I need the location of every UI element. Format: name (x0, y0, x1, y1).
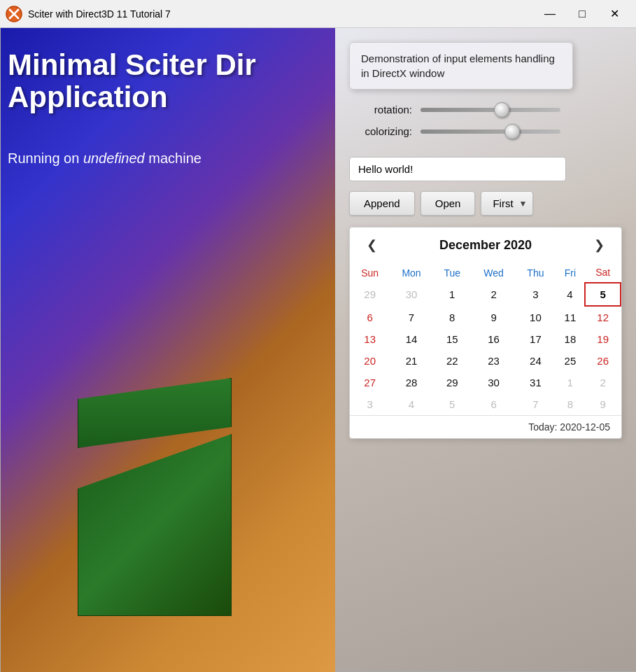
calendar-day[interactable]: 9 (472, 306, 516, 328)
col-header-thu: Thu (516, 262, 555, 283)
calendar-day[interactable]: 25 (555, 350, 585, 372)
calendar-day[interactable]: 30 (390, 283, 432, 306)
calendar-day[interactable]: 18 (555, 328, 585, 350)
calendar-day[interactable]: 6 (472, 393, 516, 415)
chevron-down-icon: ▼ (519, 199, 528, 209)
calendar-day[interactable]: 14 (390, 328, 432, 350)
minimize-button[interactable]: — (534, 0, 566, 28)
calendar-week-0: 293012345 (350, 283, 621, 306)
calendar-day[interactable]: 20 (350, 350, 390, 372)
calendar-body: 2930123456789101112131415161718192021222… (350, 283, 621, 415)
calendar-day[interactable]: 5 (585, 283, 621, 306)
rotation-track (421, 108, 560, 112)
col-header-mon: Mon (390, 262, 432, 283)
app-icon (6, 6, 22, 22)
calendar-week-4: 272829303112 (350, 372, 621, 393)
calendar-day[interactable]: 27 (350, 372, 390, 393)
calendar-header: ❮ December 2020 ❯ (350, 227, 621, 262)
col-header-tue: Tue (433, 262, 472, 283)
app-title: Minimal Sciter Dir Application (8, 49, 256, 113)
running-suffix: machine (145, 150, 202, 166)
calendar-day[interactable]: 10 (516, 306, 555, 328)
calendar-day[interactable]: 28 (390, 372, 432, 393)
calendar: ❮ December 2020 ❯ Sun Mon Tue Wed Thu Fr… (349, 227, 622, 439)
title-bar: Sciter with Direct3D 11 Tutorial 7 — □ ✕ (0, 0, 636, 28)
app-title-line2: Application (8, 80, 168, 113)
calendar-day[interactable]: 3 (350, 393, 390, 415)
colorizing-track (421, 130, 560, 134)
calendar-year: 2020 (504, 238, 532, 252)
calendar-day[interactable]: 23 (472, 350, 516, 372)
calendar-day[interactable]: 2 (472, 283, 516, 306)
append-button[interactable]: Append (349, 191, 415, 216)
controls-panel: Demonstration of input elements handling… (335, 28, 636, 671)
app-subtitle: Running on undefined machine (8, 150, 202, 167)
calendar-next-button[interactable]: ❯ (588, 236, 610, 254)
window-content: Minimal Sciter Dir Application Running o… (0, 28, 636, 672)
calendar-day[interactable]: 29 (350, 283, 390, 306)
calendar-prev-button[interactable]: ❮ (361, 236, 383, 254)
rotation-label: rotation: (349, 104, 412, 115)
calendar-header-row: Sun Mon Tue Wed Thu Fri Sat (350, 262, 621, 283)
window-controls: — □ ✕ (534, 0, 630, 28)
text-input-row (349, 157, 622, 181)
buttons-row: Append Open First ▼ (349, 191, 622, 216)
dropdown-label: First (493, 197, 513, 209)
col-header-sun: Sun (350, 262, 390, 283)
close-button[interactable]: ✕ (598, 0, 630, 28)
col-header-wed: Wed (472, 262, 516, 283)
cube-front-face (78, 434, 232, 616)
calendar-day[interactable]: 4 (555, 283, 585, 306)
calendar-month: December (439, 238, 500, 252)
calendar-day[interactable]: 30 (472, 372, 516, 393)
rotation-row: rotation: (349, 104, 622, 115)
calendar-day[interactable]: 21 (390, 350, 432, 372)
calendar-day[interactable]: 1 (555, 372, 585, 393)
colorizing-label: colorizing: (349, 125, 412, 137)
col-header-fri: Fri (555, 262, 585, 283)
calendar-day[interactable]: 7 (390, 306, 432, 328)
calendar-week-3: 20212223242526 (350, 350, 621, 372)
calendar-day[interactable]: 26 (585, 350, 621, 372)
calendar-month-year: December 2020 (439, 238, 532, 253)
today-label: Today: 2020-12-05 (528, 421, 610, 433)
running-italic: undefined (83, 150, 145, 166)
calendar-day[interactable]: 4 (390, 393, 432, 415)
open-button[interactable]: Open (421, 191, 476, 216)
calendar-grid: Sun Mon Tue Wed Thu Fri Sat 293012345678… (350, 262, 621, 415)
calendar-day[interactable]: 1 (433, 283, 472, 306)
calendar-day[interactable]: 8 (433, 306, 472, 328)
calendar-day[interactable]: 17 (516, 328, 555, 350)
calendar-week-2: 13141516171819 (350, 328, 621, 350)
maximize-button[interactable]: □ (566, 0, 598, 28)
calendar-day[interactable]: 22 (433, 350, 472, 372)
calendar-day[interactable]: 16 (472, 328, 516, 350)
calendar-day[interactable]: 8 (555, 393, 585, 415)
calendar-day[interactable]: 5 (433, 393, 472, 415)
calendar-day[interactable]: 9 (585, 393, 621, 415)
tooltip-text: Demonstration of input elements handling… (361, 52, 555, 79)
running-prefix: Running on (8, 150, 83, 166)
calendar-day[interactable]: 15 (433, 328, 472, 350)
directx-canvas: Minimal Sciter Dir Application Running o… (1, 28, 335, 672)
3d-cube (57, 371, 267, 616)
first-dropdown[interactable]: First ▼ (481, 191, 533, 216)
cube-top-face (78, 378, 232, 448)
calendar-day[interactable]: 11 (555, 306, 585, 328)
calendar-day[interactable]: 7 (516, 393, 555, 415)
hello-world-input[interactable] (349, 157, 566, 181)
col-header-sat: Sat (585, 262, 621, 283)
calendar-day[interactable]: 31 (516, 372, 555, 393)
calendar-day[interactable]: 2 (585, 372, 621, 393)
calendar-day[interactable]: 13 (350, 328, 390, 350)
calendar-day[interactable]: 12 (585, 306, 621, 328)
tooltip-box: Demonstration of input elements handling… (349, 42, 573, 90)
calendar-day[interactable]: 29 (433, 372, 472, 393)
calendar-day[interactable]: 24 (516, 350, 555, 372)
calendar-day[interactable]: 19 (585, 328, 621, 350)
calendar-day[interactable]: 6 (350, 306, 390, 328)
colorizing-row: colorizing: (349, 125, 622, 137)
calendar-day[interactable]: 3 (516, 283, 555, 306)
window-title: Sciter with Direct3D 11 Tutorial 7 (28, 8, 534, 20)
app-title-line1: Minimal Sciter Dir (8, 48, 256, 81)
